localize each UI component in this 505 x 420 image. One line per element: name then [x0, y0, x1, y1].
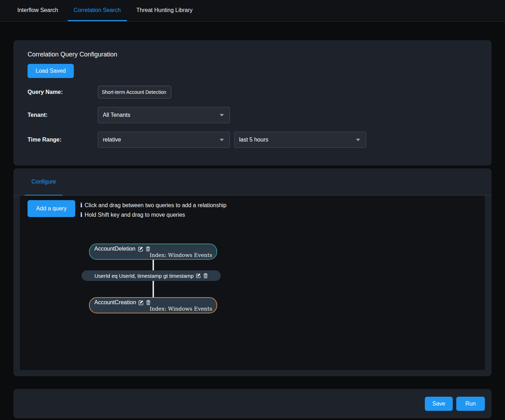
tab-configure[interactable]: Configure: [25, 168, 63, 196]
tab-threat-hunting-library[interactable]: Threat Hunting Library: [130, 0, 198, 21]
edit-icon[interactable]: [196, 273, 201, 278]
add-query-button[interactable]: Add a query: [28, 200, 75, 217]
tenant-select-value: All Tenants: [103, 112, 130, 118]
edit-icon[interactable]: [138, 300, 144, 305]
query-node-index: Index: Windows Events: [90, 252, 216, 259]
query-name-row: Query Name:: [28, 86, 477, 98]
time-range-type-value: relative: [103, 137, 121, 143]
query-name-label: Query Name:: [28, 89, 98, 95]
query-node-header: AccountCreation: [90, 298, 216, 306]
query-node-index: Index: Windows Events: [90, 306, 216, 312]
save-button[interactable]: Save: [425, 397, 453, 411]
chevron-down-icon: [356, 139, 360, 141]
relationship-text: UserId eq UserId, timestamp gt timestamp: [95, 273, 194, 279]
chevron-down-icon: [220, 114, 224, 116]
query-node-header: AccountDeletion: [90, 244, 216, 252]
time-range-row: Time Range: relative last 5 hours: [28, 132, 477, 148]
footer-action-bar: Save Run: [13, 389, 492, 418]
top-nav: Interflow Search Correlation Search Thre…: [0, 0, 505, 22]
trash-icon[interactable]: [146, 300, 150, 305]
canvas-hints: i Click and drag between two queries to …: [80, 200, 227, 220]
time-range-period-value: last 5 hours: [239, 137, 268, 143]
info-icon: i: [80, 210, 82, 220]
time-range-label: Time Range:: [28, 137, 98, 143]
correlation-config-panel: Correlation Query Configuration Load Sav…: [13, 40, 492, 166]
trash-icon[interactable]: [203, 273, 208, 278]
configure-tabs: Configure: [13, 168, 492, 196]
query-node-account-creation[interactable]: AccountCreation Index: Window: [89, 297, 217, 313]
tenant-label: Tenant:: [28, 112, 98, 118]
edit-icon[interactable]: [138, 246, 143, 252]
trash-icon[interactable]: [146, 246, 150, 251]
info-icon: i: [80, 200, 82, 210]
query-node-name: AccountDeletion: [94, 246, 136, 252]
time-range-type-select[interactable]: relative: [98, 132, 230, 148]
hint-text: Hold Shift key and drag to move queries: [84, 210, 185, 220]
query-name-input[interactable]: [98, 86, 171, 98]
hint-move: i Hold Shift key and drag to move querie…: [80, 210, 227, 220]
panel-title: Correlation Query Configuration: [28, 51, 477, 58]
query-graph-canvas[interactable]: Add a query i Click and drag between two…: [20, 196, 485, 370]
tenant-select[interactable]: All Tenants: [98, 107, 230, 123]
load-saved-button[interactable]: Load Saved: [28, 64, 74, 78]
tenant-row: Tenant: All Tenants: [28, 107, 477, 123]
configure-panel: Configure Add a query i Click and drag b…: [13, 168, 492, 376]
relationship-pill[interactable]: UserId eq UserId, timestamp gt timestamp: [82, 270, 221, 281]
query-node-account-deletion[interactable]: AccountDeletion Index: Window: [89, 244, 217, 260]
hint-relationship: i Click and drag between two queries to …: [80, 200, 227, 210]
canvas-toolbar: Add a query i Click and drag between two…: [20, 196, 485, 220]
hint-text: Click and drag between two queries to ad…: [84, 200, 226, 210]
chevron-down-icon: [220, 139, 224, 141]
time-range-period-select[interactable]: last 5 hours: [234, 132, 366, 148]
tab-interflow-search[interactable]: Interflow Search: [11, 0, 64, 21]
run-button[interactable]: Run: [456, 397, 485, 411]
tab-correlation-search[interactable]: Correlation Search: [68, 0, 127, 21]
query-node-name: AccountCreation: [94, 299, 136, 306]
